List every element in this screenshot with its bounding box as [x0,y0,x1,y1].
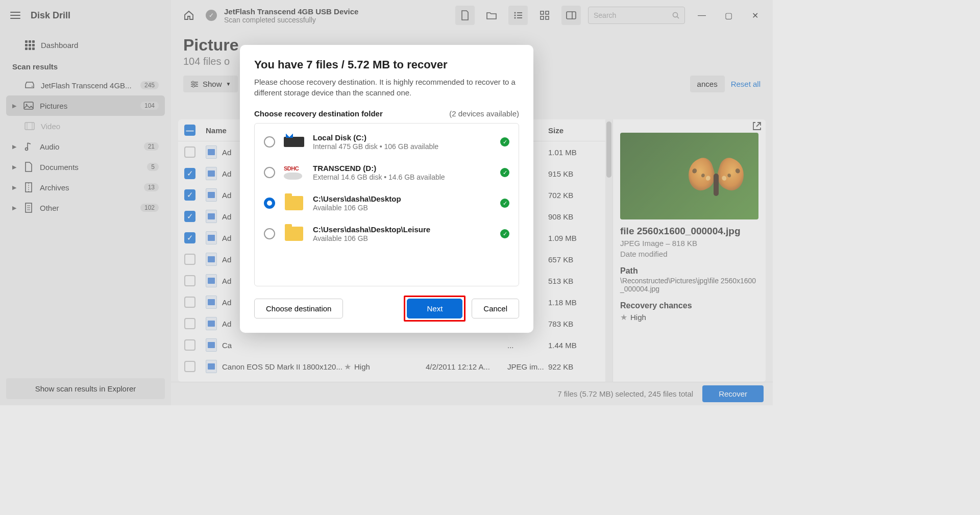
destination-local-disk[interactable]: Local Disk (C:)Internal 475 GB disk • 10… [255,127,519,157]
destination-sub: Available 106 GB [313,204,492,212]
recovery-modal: You have 7 files / 5.72 MB to recover Pl… [240,45,533,333]
folder-icon [283,194,305,212]
destination-sub: External 14.6 GB disk • 14.6 GB availabl… [313,173,492,181]
sd-card-icon: SDHC [283,163,305,182]
radio-button-selected[interactable] [264,198,275,209]
destination-name: C:\Users\dasha\Desktop [313,194,492,203]
destination-name: Local Disk (C:) [313,133,492,142]
destination-sub: Internal 475 GB disk • 106 GB available [313,142,492,151]
destination-label: Choose recovery destination folder [254,109,383,118]
cancel-button[interactable]: Cancel [472,299,519,318]
destination-desktop-leisure[interactable]: C:\Users\dasha\Desktop\LeisureAvailable … [255,218,519,249]
destination-count: (2 devices available) [449,109,519,118]
destination-name: C:\Users\dasha\Desktop\Leisure [313,225,492,234]
destination-desktop[interactable]: C:\Users\dasha\DesktopAvailable 106 GB ✓ [255,188,519,218]
disk-icon [283,133,305,151]
modal-description: Please choose recovery destination. It i… [254,77,519,98]
highlight-annotation: Next [404,296,465,322]
folder-icon [283,225,305,243]
radio-button[interactable] [264,228,275,239]
destination-sub: Available 106 GB [313,234,492,242]
destination-transcend[interactable]: SDHC TRANSCEND (D:)External 14.6 GB disk… [255,157,519,188]
next-button[interactable]: Next [407,299,462,318]
choose-destination-button[interactable]: Choose destination [254,299,343,318]
radio-button[interactable] [264,136,275,148]
destination-name: TRANSCEND (D:) [313,164,492,173]
check-icon: ✓ [500,168,509,177]
radio-button[interactable] [264,167,275,178]
check-icon: ✓ [500,137,509,146]
check-icon: ✓ [500,229,509,238]
modal-title: You have 7 files / 5.72 MB to recover [254,58,519,71]
check-icon: ✓ [500,199,509,208]
